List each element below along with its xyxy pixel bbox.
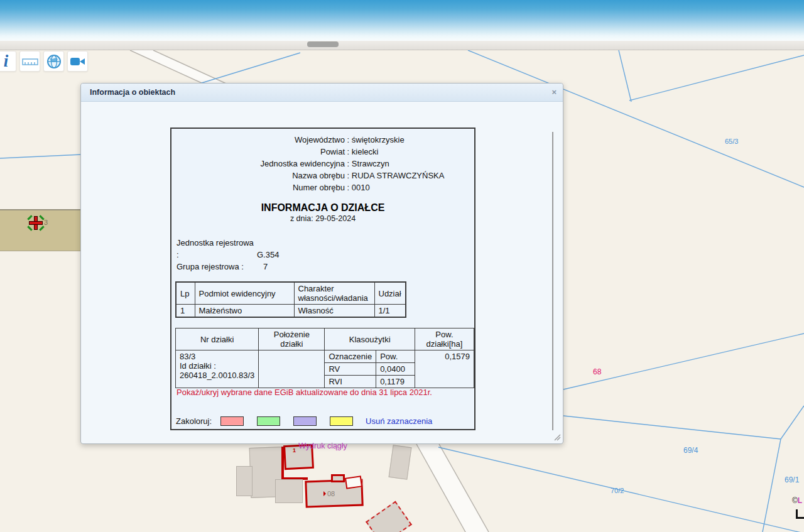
measure-tool-button[interactable]: [19, 51, 40, 72]
cell-charakter: Własność: [294, 305, 374, 318]
cell-parcel-number: 83/3 Id działki : 260418_2.0010.83/3: [176, 350, 259, 388]
cell-area: 0,1579: [415, 350, 474, 388]
close-icon[interactable]: ×: [551, 87, 557, 97]
parcel-label-69-4: 69/4: [683, 446, 698, 455]
info-label: Nazwa obrębu: [171, 170, 345, 182]
resize-handle-icon[interactable]: [553, 432, 561, 443]
col-header: Charakter własności/władania: [294, 282, 374, 305]
dialog-scrollbar[interactable]: [552, 132, 553, 430]
col-header: Podmiot ewidencyjny: [195, 282, 294, 305]
dialog-body: Województwo : świętokrzyskie Powiat : ki…: [81, 102, 563, 445]
cell-class-code: RV: [325, 363, 376, 376]
col-header: Pow. działki[ha]: [415, 328, 474, 350]
top-banner: [0, 0, 804, 41]
building-annex-red-outline: [345, 475, 362, 489]
col-header: Lp: [176, 282, 195, 305]
document-date: z dnia: 29-05-2024: [171, 214, 474, 223]
dialog-title: Informacja o obiektach: [90, 88, 175, 97]
table-row: 83/3 Id działki : 260418_2.0010.83/3 Ozn…: [176, 350, 474, 363]
register-unit-value: G.354: [257, 250, 279, 259]
info-value: kielecki: [352, 146, 379, 158]
selection-marker-icon: [28, 215, 44, 231]
document-title: INFORMACJA O DZIAŁCE: [171, 202, 474, 214]
info-tool-button[interactable]: i: [0, 51, 16, 72]
info-value: RUDA STRAWCZYŃSKA: [352, 170, 445, 182]
building-notch-red-outline: [331, 474, 345, 482]
ruler-icon: [22, 57, 38, 67]
col-header: Klasoużytki: [325, 328, 415, 350]
info-label: Powiat: [171, 146, 345, 158]
register-unit-label: Jednostka rejestrowa :: [177, 237, 257, 261]
col-header: Nr działki: [176, 328, 259, 350]
colorize-label: Zakoloruj:: [176, 416, 212, 426]
info-dialog: Informacja o obiektach × Województwo : ś…: [80, 83, 563, 444]
cell-class-code: RVI: [325, 376, 376, 388]
cell-location: [259, 350, 325, 388]
red-boundary-line: [281, 447, 284, 479]
globe-icon: [46, 54, 62, 69]
clear-selection-link[interactable]: Usuń zaznaczenia: [366, 416, 432, 426]
color-swatch-purple[interactable]: [293, 416, 317, 426]
parcel-table: Nr działki Położenie działki Klasoużytki…: [175, 328, 474, 388]
video-camera-icon: [70, 56, 86, 67]
building-label: 08: [323, 490, 335, 497]
info-label: Województwo: [171, 134, 345, 146]
colorize-row: Zakoloruj: Usuń zaznaczenia: [176, 416, 432, 426]
video-tool-button[interactable]: [67, 51, 88, 72]
info-value: Strawczyn: [352, 158, 389, 170]
continuous-print-link[interactable]: Wydruk ciągły: [170, 442, 475, 450]
ownership-table: Lp Podmiot ewidencyjny Charakter własnoś…: [175, 281, 406, 318]
cell-class-area: 0,1179: [376, 376, 415, 388]
parcel-label-69-1: 69/1: [785, 475, 799, 484]
dialog-titlebar[interactable]: Informacja o obiektach ×: [81, 84, 563, 102]
building-footprint: [236, 466, 253, 496]
cell-lp: 1: [176, 305, 195, 318]
info-value: 0010: [352, 182, 370, 193]
color-swatch-yellow[interactable]: [330, 416, 353, 426]
info-value: świętokrzyskie: [352, 134, 405, 146]
parcel-label-65-3: 65/3: [725, 138, 738, 145]
register-rows: Jednostka rejestrowa :G.354 Grupa rejest…: [177, 237, 474, 273]
parcel-label-68: 68: [593, 367, 601, 376]
cell-podmiot: Małżeństwo: [195, 305, 294, 318]
map-toolbar: i: [0, 51, 88, 72]
register-group-label: Grupa rejestrowa :: [177, 261, 257, 273]
building-point-icon: [323, 491, 326, 496]
scale-bar-corner: [796, 509, 804, 519]
info-label: Jednostka ewidencyjna: [171, 158, 345, 170]
cell-class-area: 0,0400: [376, 363, 415, 376]
app-window: 3 83/2 65/3 68 69/4 70/2 69/1 1 08 ©L: [0, 0, 804, 532]
col-header: Udział: [374, 282, 406, 305]
globe-tool-button[interactable]: [43, 51, 64, 72]
egib-toggle-link[interactable]: Pokaż/ukryj wybrane dane EGiB aktualizow…: [177, 388, 432, 397]
panel-collapse-handle[interactable]: [307, 41, 339, 47]
col-header: Położenie działki: [259, 328, 325, 350]
cell-udzial: 1/1: [374, 305, 406, 318]
color-swatch-red[interactable]: [220, 416, 244, 426]
cell-class-label: Oznaczenie: [325, 350, 376, 363]
cell-class-label: Pow.: [376, 350, 415, 363]
table-row: 1 Małżeństwo Własność 1/1: [176, 305, 406, 318]
parcel-label-83-3: 3: [44, 219, 48, 226]
copyright-label: ©L: [792, 496, 802, 505]
parcel-info-panel: Województwo : świętokrzyskie Powiat : ki…: [170, 128, 475, 430]
admin-info-rows: Województwo : świętokrzyskie Powiat : ki…: [171, 134, 474, 193]
parcel-label-70-2: 70/2: [611, 487, 624, 494]
register-group-value: 7: [263, 262, 268, 271]
building-footprint: [275, 479, 303, 503]
header-grey-bar: [0, 41, 804, 50]
info-icon: i: [4, 53, 9, 70]
info-label: Numer obrębu: [171, 182, 345, 193]
color-swatch-green[interactable]: [257, 416, 280, 426]
